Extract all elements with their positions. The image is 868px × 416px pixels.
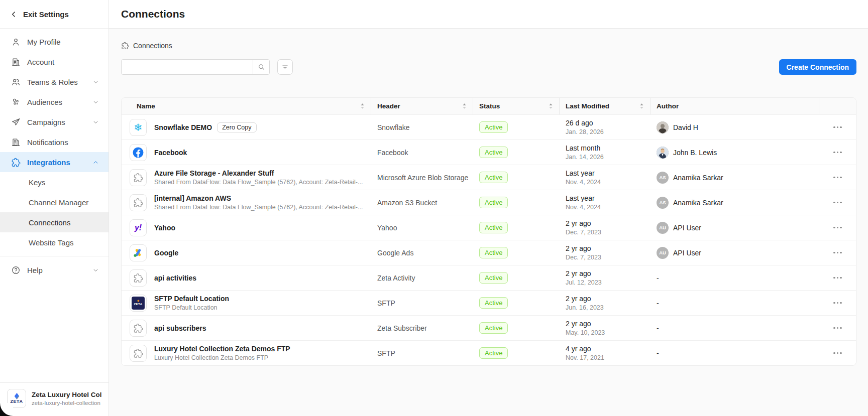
sidebar-item-integrations[interactable]: Integrations <box>0 152 108 172</box>
exit-settings-button[interactable]: Exit Settings <box>0 0 108 29</box>
help-icon <box>11 265 21 275</box>
connection-name: Azure File Storage - Alexander Stuff <box>154 169 274 177</box>
name-cell: y!Yahoo <box>122 219 371 236</box>
sort-icon[interactable] <box>356 103 365 109</box>
sidebar-item-teams-roles[interactable]: Teams & Roles <box>0 72 108 92</box>
column-header-status[interactable]: Status <box>473 98 560 114</box>
status-badge: Active <box>479 121 508 133</box>
more-options-icon[interactable] <box>830 248 845 257</box>
modified-date: May. 10, 2023 <box>566 329 605 336</box>
header-cell: Yahoo <box>371 224 473 232</box>
sidebar-item-account[interactable]: Account <box>0 52 108 72</box>
author-empty: - <box>657 349 659 357</box>
connection-name: [internal] Amazon AWS <box>154 194 231 202</box>
status-cell: Active <box>473 222 560 233</box>
create-connection-button[interactable]: Create Connection <box>779 59 856 75</box>
sort-icon[interactable] <box>635 103 644 109</box>
more-options-icon[interactable] <box>830 273 845 283</box>
chevron-down-icon <box>92 98 99 106</box>
org-switcher[interactable]: ZETA Zeta Luxury Hotel Colle... zeta-lux… <box>0 382 108 416</box>
header-cell: Facebook <box>371 149 473 157</box>
connection-row-google[interactable]: GoogleGoogle AdsActive2 yr agoDec. 7, 20… <box>122 240 856 265</box>
modified-relative: 2 yr ago <box>566 244 601 252</box>
sort-icon[interactable] <box>545 103 553 109</box>
connection-row-internal-amazon-aws[interactable]: [internal] Amazon AWSShared From DataFlo… <box>122 190 856 215</box>
sidebar-subitem-channel-manager[interactable]: Channel Manager <box>0 192 108 212</box>
connection-icon-box: ◆ZETA <box>130 295 147 312</box>
connection-row-sftp-default-location[interactable]: ◆ZETASFTP Default LocationSFTP Default L… <box>122 290 856 315</box>
column-header-name[interactable]: Name <box>122 98 371 114</box>
author-cell: - <box>650 349 819 357</box>
more-options-icon[interactable] <box>830 223 845 232</box>
search-icon[interactable] <box>253 60 269 74</box>
status-cell: Active <box>473 272 560 284</box>
status-badge: Active <box>479 347 508 359</box>
screen-corner <box>0 403 13 416</box>
more-options-icon[interactable] <box>830 299 845 308</box>
connection-row-api-subscribers[interactable]: api subscribersZeta SubscriberActive2 yr… <box>122 315 856 340</box>
status-badge: Active <box>479 272 508 284</box>
modified-date: Nov. 17, 2021 <box>566 354 604 361</box>
table-header-row: NameHeaderStatusLast ModifiedAuthor <box>122 98 856 114</box>
sidebar-item-label: Integrations <box>27 158 70 167</box>
more-options-icon[interactable] <box>830 349 845 358</box>
sidebar-item-label: Help <box>27 266 43 274</box>
last-modified-cell: 2 yr agoJul. 12, 2023 <box>560 269 650 286</box>
connection-name: SFTP Default Location <box>154 295 229 303</box>
last-modified-cell: 4 yr agoNov. 17, 2021 <box>560 345 650 361</box>
more-options-icon[interactable] <box>830 173 845 182</box>
status-cell: Active <box>473 197 560 208</box>
sort-icon[interactable] <box>458 103 467 109</box>
name-cell: Azure File Storage - Alexander StuffShar… <box>122 169 371 186</box>
column-header-header[interactable]: Header <box>371 98 473 114</box>
modified-relative: 2 yr ago <box>566 320 605 328</box>
sidebar-subitem-connections[interactable]: Connections <box>0 212 108 232</box>
connection-subtitle: SFTP Default Location <box>154 304 229 311</box>
sidebar-divider <box>0 256 108 256</box>
author-cell: - <box>650 324 819 332</box>
sidebar-subitem-website-tags[interactable]: Website Tags <box>0 232 108 252</box>
column-label: Status <box>479 102 500 110</box>
status-badge: Active <box>479 197 508 208</box>
column-label: Header <box>377 102 400 110</box>
puzzle-connector-icon <box>133 173 143 183</box>
status-cell: Active <box>473 347 560 359</box>
sidebar-item-campaigns[interactable]: Campaigns <box>0 112 108 132</box>
sidebar-item-help[interactable]: Help <box>0 260 108 280</box>
chevron-up-icon <box>92 159 99 166</box>
audience-icon <box>11 97 21 107</box>
connection-row-yahoo[interactable]: y!YahooYahooActive2 yr agoDec. 7, 2023AU… <box>122 215 856 240</box>
team-icon <box>11 77 21 87</box>
more-options-icon[interactable] <box>830 123 845 132</box>
filter-button[interactable] <box>277 59 293 75</box>
sidebar-item-notifications[interactable]: Notifications <box>0 132 108 152</box>
connection-row-snowflake-demo[interactable]: ❄Snowflake DEMOZero CopySnowflakeActive2… <box>122 114 856 140</box>
column-header-last-modified[interactable]: Last Modified <box>560 98 650 114</box>
header-cell: Amazon S3 Bucket <box>371 199 473 207</box>
chevron-down-icon <box>92 266 99 274</box>
sidebar-subitem-keys[interactable]: Keys <box>0 172 108 192</box>
modified-date: Dec. 7, 2023 <box>566 229 601 236</box>
modified-relative: Last month <box>566 144 604 152</box>
connection-row-api-activities[interactable]: api activitiesZeta ActivityActive2 yr ag… <box>122 265 856 290</box>
sidebar-item-my-profile[interactable]: My Profile <box>0 32 108 52</box>
status-badge: Active <box>479 297 508 309</box>
actions-cell <box>819 273 856 283</box>
connection-row-facebook[interactable]: FacebookFacebookActiveLast monthJan. 14,… <box>122 140 856 165</box>
more-options-icon[interactable] <box>830 198 845 207</box>
connection-name: api activities <box>154 274 196 282</box>
chevron-down-icon <box>92 118 99 126</box>
status-cell: Active <box>473 247 560 258</box>
column-header-author: Author <box>650 98 819 114</box>
name-cell: ◆ZETASFTP Default LocationSFTP Default L… <box>122 295 371 312</box>
search-input[interactable] <box>122 60 253 74</box>
facebook-logo-icon <box>132 147 144 159</box>
breadcrumb-label: Connections <box>133 42 172 50</box>
connection-row-luxury-hotel-collection-zeta-demos-ftp[interactable]: Luxury Hotel Collection Zeta Demos FTPLu… <box>122 340 856 365</box>
connection-name: Facebook <box>154 149 187 157</box>
connection-row-azure-file-storage-alexander-stuff[interactable]: Azure File Storage - Alexander StuffShar… <box>122 165 856 190</box>
more-options-icon[interactable] <box>830 324 845 333</box>
sidebar-item-audiences[interactable]: Audiences <box>0 92 108 112</box>
header-cell: SFTP <box>371 349 473 357</box>
more-options-icon[interactable] <box>830 148 845 157</box>
